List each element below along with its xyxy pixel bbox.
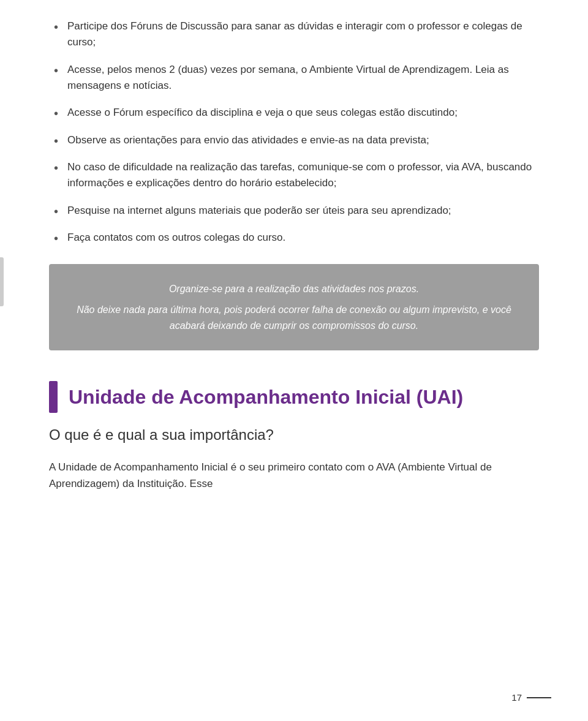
list-item: Acesse, pelos menos 2 (duas) vezes por s… (49, 62, 539, 94)
list-item-text: No caso de dificuldade na realização das… (67, 161, 532, 189)
left-accent-bar (0, 257, 4, 306)
highlight-line1: Organize-se para a realização das ativid… (74, 281, 514, 297)
list-item: Observe as orientações para envio das at… (49, 132, 539, 148)
page-number-text: 17 (511, 692, 522, 703)
list-item-text: Acesse o Fórum específico da disciplina … (67, 107, 458, 118)
section-title: Unidade de Acompanhamento Inicial (UAI) (69, 385, 463, 409)
list-item: No caso de dificuldade na realização das… (49, 159, 539, 192)
section-heading: Unidade de Acompanhamento Inicial (UAI) (49, 381, 539, 413)
highlight-line2: Não deixe nada para última hora, pois po… (74, 302, 514, 333)
list-item-text: Pesquise na internet alguns materiais qu… (67, 205, 451, 216)
section-heading-bar (49, 381, 58, 413)
sub-heading: O que é e qual a sua importância? (49, 425, 539, 445)
page-number-line (527, 697, 551, 698)
highlight-box: Organize-se para a realização das ativid… (49, 264, 539, 350)
list-item: Faça contatos com os outros colegas do c… (49, 230, 539, 246)
list-item: Pesquise na internet alguns materiais qu… (49, 203, 539, 219)
page-container: Participe dos Fóruns de Discussão para s… (0, 0, 588, 721)
list-item: Participe dos Fóruns de Discussão para s… (49, 18, 539, 51)
bullet-list: Participe dos Fóruns de Discussão para s… (49, 18, 539, 246)
list-item-text: Acesse, pelos menos 2 (duas) vezes por s… (67, 64, 509, 91)
list-item-text: Observe as orientações para envio das at… (67, 134, 429, 146)
page-number-area: 17 (511, 692, 551, 703)
list-item: Acesse o Fórum específico da disciplina … (49, 105, 539, 121)
list-item-text: Faça contatos com os outros colegas do c… (67, 232, 285, 243)
list-item-text: Participe dos Fóruns de Discussão para s… (67, 20, 522, 48)
body-text: A Unidade de Acompanhamento Inicial é o … (49, 459, 539, 492)
